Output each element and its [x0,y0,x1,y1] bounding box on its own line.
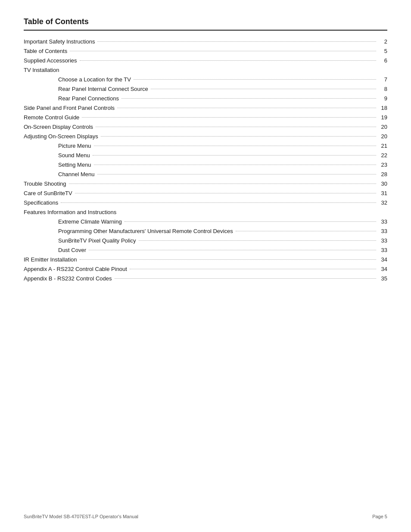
footer-right: Page 5 [372,514,387,519]
toc-dots [130,269,376,269]
toc-label: Sound Menu [24,152,90,159]
toc-page: 6 [379,57,387,64]
toc-dots [97,174,376,174]
toc-label: TV Installation [24,67,59,73]
toc-dots [61,202,376,203]
toc-row: TV Installation [24,67,387,76]
toc-dots [125,221,376,222]
toc-row: Extreme Climate Warning33 [24,218,387,228]
toc-dots [96,127,376,127]
title-rule [24,30,387,31]
toc-dots [236,231,376,231]
toc-row: Side Panel and Front Panel Controls18 [24,105,387,114]
toc-dots [70,51,376,51]
toc-dots [117,108,376,108]
toc-dots [94,146,376,146]
toc-label: Specifications [24,199,58,206]
toc-row: Features Information and Instructions [24,209,387,218]
toc-row: Table of Contents5 [24,48,387,57]
footer-left: SunBriteTV Model SB-4707EST-LP Operator'… [24,514,138,519]
toc-label: On-Screen Display Controls [24,124,93,130]
toc-label: Dust Cover [24,247,86,253]
toc-row: Appendix A - RS232 Control Cable Pinout3… [24,266,387,275]
toc-page: 34 [379,256,387,263]
toc-page: 33 [379,247,387,253]
toc-page: 22 [379,152,387,159]
toc-page: 31 [379,190,387,196]
toc-row: Supplied Accessories6 [24,57,387,67]
toc-dots [69,184,376,184]
toc-label: Table of Contents [24,48,67,54]
toc-page: 7 [379,76,387,83]
toc-dots [139,240,376,241]
footer: SunBriteTV Model SB-4707EST-LP Operator'… [24,514,387,519]
toc-row: Channel Menu28 [24,171,387,180]
toc-label: Channel Menu [24,171,95,177]
toc-label: Appendix A - RS232 Control Cable Pinout [24,266,127,272]
toc-label: Important Safety Instructions [24,38,95,45]
toc-row: Dust Cover33 [24,247,387,256]
toc-page: 35 [379,275,387,282]
toc-dots [94,165,376,165]
toc-page: 8 [379,86,387,92]
toc-row: Rear Panel Connections9 [24,95,387,105]
toc-row: Picture Menu21 [24,143,387,152]
toc-page: 5 [379,48,387,54]
toc-page: 23 [379,162,387,168]
toc-dots [115,278,376,279]
toc-page: 33 [379,237,387,244]
toc-dots [101,136,376,137]
page-container: Table of Contents Important Safety Instr… [0,0,411,532]
toc-dots [151,89,376,89]
page-title: Table of Contents [24,17,387,26]
toc-dots [97,41,376,42]
toc-label: Care of SunBriteTV [24,190,72,196]
toc-label: Supplied Accessories [24,57,77,64]
toc-label: Programming Other Manufacturers' Univers… [24,228,233,234]
toc-row: Rear Panel Internal Connect Source8 [24,86,387,95]
toc-row: Adjusting On-Screen Displays20 [24,133,387,143]
toc-page: 21 [379,143,387,149]
toc-page: 34 [379,266,387,272]
toc-label: Rear Panel Connections [24,95,119,102]
toc-row: Important Safety Instructions2 [24,38,387,48]
toc-page: 2 [379,38,387,45]
toc-page: 20 [379,124,387,130]
toc-label: Side Panel and Front Panel Controls [24,105,115,111]
toc-dots [80,60,376,61]
toc-label: Adjusting On-Screen Displays [24,133,98,140]
toc-row: Remote Control Guide19 [24,114,387,124]
toc-row: Specifications32 [24,199,387,209]
toc-row: On-Screen Display Controls20 [24,124,387,133]
toc-label: Picture Menu [24,143,91,149]
toc-label: Trouble Shooting [24,180,66,187]
toc-row: Appendix B - RS232 Control Codes35 [24,275,387,285]
toc-page: 33 [379,218,387,225]
toc-label: SunBriteTV Pixel Quality Policy [24,237,136,244]
toc-row: SunBriteTV Pixel Quality Policy33 [24,237,387,247]
toc-dots [75,193,376,193]
toc-row: IR Emitter Installation34 [24,256,387,266]
toc-row: Choose a Location for the TV7 [24,76,387,86]
toc-page: 18 [379,105,387,111]
toc-page: 32 [379,199,387,206]
toc-row: Setting Menu23 [24,162,387,171]
toc-page: 9 [379,95,387,102]
toc-dots [93,155,376,156]
toc-row: Care of SunBriteTV31 [24,190,387,199]
toc-page: 19 [379,114,387,121]
toc-row: Sound Menu22 [24,152,387,162]
toc-row: Programming Other Manufacturers' Univers… [24,228,387,237]
toc-page: 33 [379,228,387,234]
toc-dots [121,98,376,99]
toc-page: 28 [379,171,387,177]
toc-label: Features Information and Instructions [24,209,116,215]
toc-label: IR Emitter Installation [24,256,77,263]
toc-row: Trouble Shooting30 [24,180,387,190]
toc-label: Setting Menu [24,162,91,168]
toc-page: 30 [379,180,387,187]
toc-label: Appendix B - RS232 Control Codes [24,275,112,282]
toc-page: 20 [379,133,387,140]
toc-dots [80,259,376,260]
toc-dots [134,79,376,80]
